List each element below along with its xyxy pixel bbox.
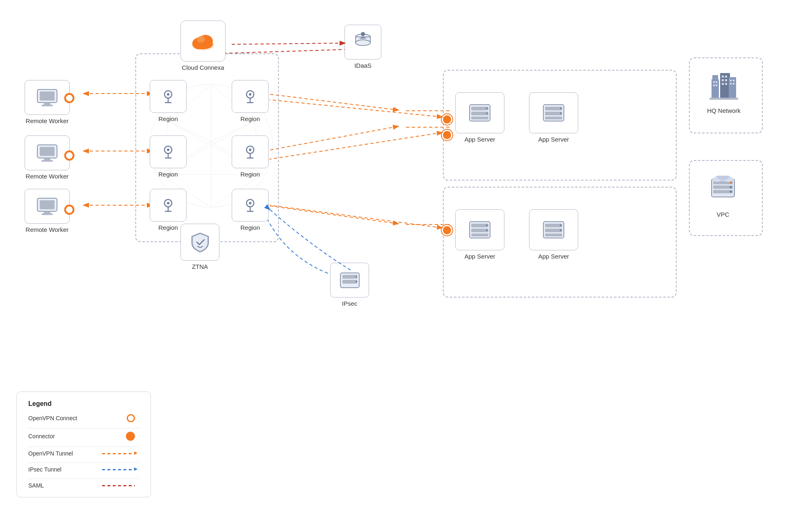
legend-line-blue-icon (102, 469, 135, 470)
openvpn-connect-dot3 (65, 205, 74, 214)
svg-point-130 (356, 281, 357, 282)
ztna-label: ZTNA (192, 263, 208, 270)
svg-rect-89 (733, 83, 734, 85)
legend-connector: Connector (28, 432, 139, 441)
cloud-connexa-node: Cloud Connexa (180, 21, 226, 71)
hq-network-icon (709, 69, 738, 100)
region5-icon (160, 197, 177, 214)
hq-network-node: HQ Network (697, 64, 750, 114)
legend-openvpn-connect-label: OpenVPN Connect (28, 415, 102, 421)
svg-rect-65 (40, 200, 55, 209)
remote-worker2-label: Remote Worker (26, 173, 69, 180)
app-server1-node: App Server (455, 92, 504, 143)
svg-rect-77 (716, 81, 717, 83)
svg-point-113 (560, 112, 561, 114)
cloud-connexa-icon (190, 30, 217, 52)
remote-worker1-icon (36, 89, 59, 107)
remote-worker3-label: Remote Worker (26, 226, 69, 233)
svg-point-43 (167, 149, 169, 151)
cloud-connexa-label: Cloud Connexa (182, 64, 224, 71)
svg-point-70 (356, 40, 370, 46)
idaas-icon (353, 32, 373, 53)
ipsec-icon (339, 271, 361, 289)
region4-icon (242, 143, 259, 160)
svg-rect-59 (41, 105, 53, 106)
region1-label: Region (158, 115, 178, 122)
svg-point-55 (249, 202, 251, 204)
region2-icon (242, 88, 259, 105)
svg-rect-84 (722, 83, 724, 85)
svg-rect-57 (40, 92, 55, 101)
svg-rect-83 (725, 79, 727, 81)
svg-point-125 (560, 229, 561, 231)
svg-line-133 (269, 205, 442, 228)
svg-rect-67 (41, 213, 53, 215)
ztna-node: ZTNA (180, 224, 219, 270)
svg-point-112 (560, 108, 561, 109)
svg-point-119 (486, 229, 488, 231)
svg-line-132 (269, 133, 442, 159)
remote-worker3-icon (36, 197, 59, 215)
svg-point-129 (356, 276, 357, 277)
connector-dot2 (442, 130, 452, 140)
legend-openvpn-tunnel-icon (102, 453, 135, 454)
remote-worker1-node: Remote Worker (25, 80, 70, 124)
svg-point-99 (730, 182, 732, 184)
region2-label: Region (240, 115, 260, 122)
svg-rect-62 (44, 158, 50, 160)
svg-rect-122 (545, 229, 562, 232)
svg-rect-90 (709, 98, 738, 100)
svg-rect-103 (471, 107, 488, 110)
legend: Legend OpenVPN Connect Connector OpenVPN… (16, 392, 151, 497)
app-server4-icon (542, 220, 566, 240)
svg-rect-76 (713, 81, 715, 83)
svg-point-118 (486, 224, 488, 226)
legend-ipsec-tunnel-label: IPsec Tunnel (28, 466, 102, 473)
app-server3-icon (468, 220, 492, 240)
vpc-icon (708, 176, 738, 200)
region6-icon (242, 197, 259, 214)
svg-rect-78 (713, 85, 715, 86)
svg-rect-72 (712, 79, 719, 98)
region6-label: Region (240, 224, 260, 231)
app-server2-node: App Server (529, 92, 578, 143)
svg-point-51 (167, 202, 169, 204)
svg-rect-80 (722, 76, 724, 78)
legend-line-red-icon (102, 485, 135, 486)
svg-rect-127 (342, 275, 357, 279)
remote-worker1-label: Remote Worker (26, 117, 69, 124)
ipsec-node: IPsec (330, 263, 369, 307)
svg-point-106 (486, 108, 488, 109)
svg-rect-73 (712, 75, 718, 79)
legend-dot-solid-icon (126, 432, 135, 441)
legend-openvpn-connect-icon (102, 414, 135, 422)
app-server1-icon (468, 103, 492, 123)
app-server1-label: App Server (464, 136, 495, 143)
region3-label: Region (158, 171, 178, 178)
idaas-label: IDaaS (354, 62, 372, 69)
svg-point-107 (486, 112, 488, 114)
svg-rect-109 (545, 107, 562, 110)
svg-rect-87 (733, 80, 734, 81)
svg-rect-61 (40, 147, 55, 156)
svg-point-71 (361, 32, 365, 36)
svg-rect-117 (471, 234, 488, 236)
connector-dot3 (442, 225, 452, 236)
svg-rect-123 (545, 234, 562, 236)
app-server2-label: App Server (538, 136, 569, 143)
svg-rect-66 (44, 211, 50, 213)
legend-openvpn-tunnel-label: OpenVPN Tunnel (28, 450, 102, 457)
svg-rect-104 (471, 112, 488, 115)
svg-rect-111 (545, 117, 562, 119)
legend-saml-label: SAML (28, 482, 102, 489)
svg-rect-121 (545, 224, 562, 227)
region5-label: Region (158, 224, 178, 231)
svg-rect-63 (41, 160, 53, 162)
region1-icon (160, 88, 177, 105)
svg-point-100 (730, 186, 732, 188)
hq-network-label: HQ Network (707, 107, 741, 114)
legend-saml-icon (102, 485, 135, 486)
svg-line-131 (269, 100, 442, 117)
svg-rect-116 (471, 229, 488, 232)
region1-node: Region (150, 80, 187, 122)
